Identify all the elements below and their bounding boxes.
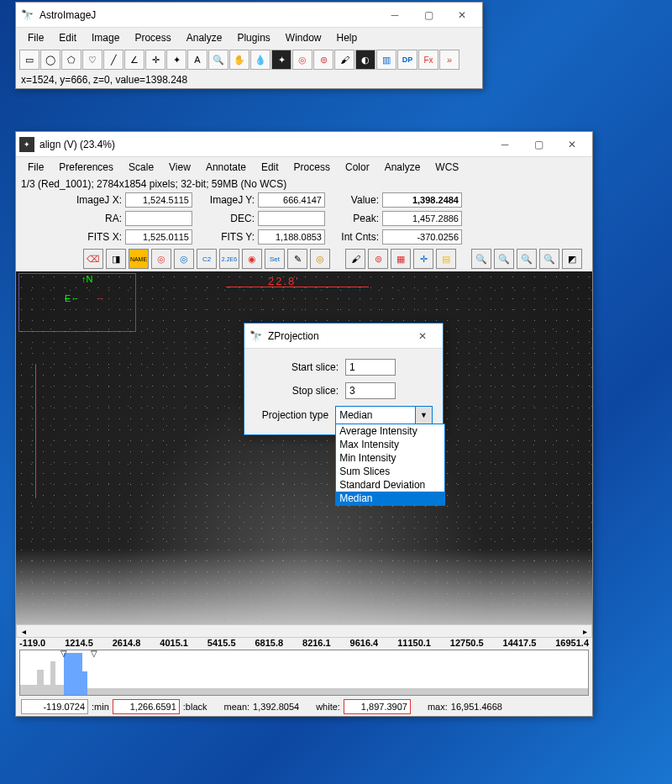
peak-field[interactable]: [382, 211, 462, 226]
more-icon[interactable]: »: [439, 50, 459, 70]
zoom-icon[interactable]: 🔍: [208, 50, 228, 70]
grid-icon[interactable]: ▦: [391, 249, 411, 269]
circle1-icon[interactable]: ◎: [151, 249, 171, 269]
zoom-reset-icon[interactable]: 🔍: [539, 249, 559, 269]
intcnts-field[interactable]: [382, 229, 462, 245]
img-menu-annotate[interactable]: Annotate: [199, 159, 253, 176]
wand-icon[interactable]: ✦: [166, 50, 186, 70]
img-menu-file[interactable]: File: [21, 159, 50, 176]
exp-icon[interactable]: 2.2E6: [219, 249, 239, 269]
imagej-y-field[interactable]: [258, 192, 325, 208]
c2-icon[interactable]: C2: [197, 249, 217, 269]
brush2-icon[interactable]: 🖌: [345, 249, 365, 269]
rect-select-icon[interactable]: ▭: [19, 50, 39, 70]
img-menu-edit[interactable]: Edit: [255, 159, 286, 176]
text-icon[interactable]: A: [187, 50, 207, 70]
fits-x-field[interactable]: [125, 229, 192, 245]
img-menu-color[interactable]: Color: [339, 159, 376, 176]
chevron-down-icon[interactable]: ▼: [415, 407, 432, 424]
value-field[interactable]: [382, 192, 462, 208]
img-maximize-button[interactable]: ▢: [522, 132, 555, 156]
fx-icon[interactable]: Fx: [418, 50, 438, 70]
crosshair-icon[interactable]: ✛: [145, 50, 165, 70]
tick-9: 12750.5: [450, 638, 484, 648]
zproj-close-button[interactable]: ✕: [406, 324, 439, 348]
minimize-button[interactable]: ─: [378, 3, 412, 27]
tick-4: 5415.5: [207, 638, 236, 648]
lut-icon[interactable]: ▥: [376, 50, 396, 70]
name-icon[interactable]: NAME: [129, 249, 149, 269]
menu-help[interactable]: Help: [330, 29, 365, 46]
scroll-left-icon[interactable]: ◂: [17, 627, 30, 636]
menu-analyze[interactable]: Analyze: [180, 29, 229, 46]
option-median[interactable]: Median: [336, 492, 444, 505]
circles-icon[interactable]: ⊚: [368, 249, 388, 269]
option-stddev[interactable]: Standard Deviation: [336, 478, 444, 492]
menu-window[interactable]: Window: [279, 29, 328, 46]
option-max[interactable]: Max Intensity: [336, 438, 444, 451]
option-sum[interactable]: Sum Slices: [336, 465, 444, 478]
target-icon[interactable]: ◉: [242, 249, 262, 269]
oval-select-icon[interactable]: ◯: [40, 50, 60, 70]
img-close-button[interactable]: ✕: [555, 132, 589, 156]
menu-plugins[interactable]: Plugins: [230, 29, 276, 46]
ring-icon[interactable]: ◎: [310, 249, 330, 269]
img-menu-wcs[interactable]: WCS: [428, 159, 465, 176]
slice-scrollbar[interactable]: ◂ ▸: [16, 624, 592, 638]
maximize-button[interactable]: ▢: [412, 3, 445, 27]
region-box[interactable]: [18, 273, 136, 332]
arrow-n-icon: ↑N: [81, 274, 92, 284]
astro-icon[interactable]: ✦: [271, 50, 291, 70]
white-field[interactable]: [344, 699, 411, 714]
zoom-out-icon[interactable]: 🔍: [494, 249, 514, 269]
menu-file[interactable]: File: [21, 29, 50, 46]
set-icon[interactable]: Set: [265, 249, 285, 269]
angle-icon[interactable]: ∠: [124, 50, 144, 70]
delete-icon[interactable]: ⌫: [83, 249, 103, 269]
img-minimize-button[interactable]: ─: [488, 132, 522, 156]
contrast-icon[interactable]: ◐: [355, 50, 375, 70]
projection-type-select[interactable]: Median ▼ Average Intensity Max Intensity…: [335, 406, 433, 424]
negative-icon[interactable]: ◨: [106, 249, 126, 269]
zoom-in-icon[interactable]: 🔍: [471, 249, 491, 269]
menu-image[interactable]: Image: [85, 29, 126, 46]
menu-process[interactable]: Process: [128, 29, 177, 46]
img-menu-scale[interactable]: Scale: [122, 159, 160, 176]
pencil-icon[interactable]: ✎: [287, 249, 307, 269]
img-menu-process[interactable]: Process: [287, 159, 337, 176]
dp-icon[interactable]: DP: [397, 50, 417, 70]
histo-handle-right-icon[interactable]: ▽: [91, 650, 97, 658]
min-field[interactable]: [21, 699, 88, 714]
histogram[interactable]: ▽ ▽: [19, 650, 589, 696]
start-slice-field[interactable]: [345, 359, 396, 376]
fits-y-field[interactable]: [258, 229, 325, 245]
contrast2-icon[interactable]: ◩: [562, 249, 582, 269]
ra-field[interactable]: [125, 211, 192, 226]
zoom-fit-icon[interactable]: 🔍: [517, 249, 537, 269]
img-menu-analyze[interactable]: Analyze: [378, 159, 428, 176]
center-icon[interactable]: ✛: [413, 249, 433, 269]
aperture-icon[interactable]: ◎: [292, 50, 312, 70]
table-icon[interactable]: ▤: [436, 249, 456, 269]
multi-aperture-icon[interactable]: ⊚: [313, 50, 333, 70]
imagej-x-field[interactable]: [125, 192, 192, 208]
stop-slice-field[interactable]: [345, 382, 396, 399]
brush-icon[interactable]: 🖌: [334, 50, 354, 70]
close-button[interactable]: ✕: [445, 3, 479, 27]
polygon-select-icon[interactable]: ⬠: [61, 50, 81, 70]
fits-y-label: FITS Y:: [196, 231, 255, 243]
option-min[interactable]: Min Intensity: [336, 451, 444, 465]
histo-handle-left-icon[interactable]: ▽: [60, 650, 67, 658]
img-menu-view[interactable]: View: [162, 159, 197, 176]
option-average[interactable]: Average Intensity: [336, 424, 444, 438]
black-field[interactable]: [113, 699, 180, 714]
menu-edit[interactable]: Edit: [52, 29, 83, 46]
scroll-right-icon[interactable]: ▸: [578, 627, 591, 636]
img-menu-preferences[interactable]: Preferences: [52, 159, 120, 176]
dec-field[interactable]: [258, 211, 325, 226]
line-icon[interactable]: ╱: [103, 50, 123, 70]
hand-icon[interactable]: ✋: [229, 50, 249, 70]
dropper-icon[interactable]: 💧: [250, 50, 270, 70]
freehand-select-icon[interactable]: ♡: [82, 50, 102, 70]
circle2-icon[interactable]: ◎: [174, 249, 194, 269]
